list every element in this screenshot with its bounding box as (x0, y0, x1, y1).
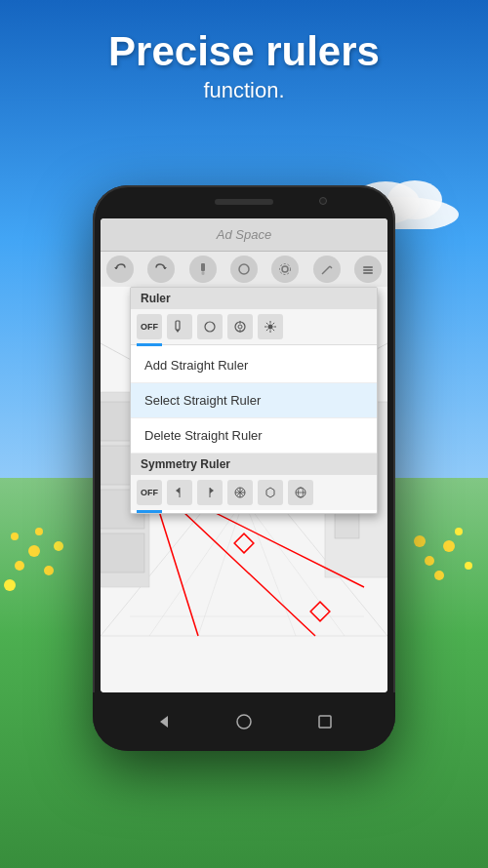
svg-point-55 (238, 325, 242, 329)
svg-point-5 (11, 533, 19, 540)
svg-rect-50 (234, 533, 254, 553)
svg-point-7 (4, 579, 16, 591)
header: Precise rulers function. (0, 29, 488, 103)
svg-point-9 (54, 541, 63, 551)
ruler-off-button[interactable]: OFF (137, 314, 162, 339)
svg-point-3 (15, 561, 24, 571)
layers-button[interactable] (354, 256, 382, 283)
svg-point-20 (280, 264, 291, 275)
svg-marker-70 (210, 488, 214, 493)
spiral-ruler-button[interactable] (271, 256, 299, 283)
drawing-canvas: Ad Space (101, 218, 387, 692)
svg-point-14 (414, 535, 426, 547)
header-subtitle: function. (0, 78, 488, 103)
ruler-active-indicator (137, 343, 162, 346)
svg-point-15 (455, 528, 463, 535)
sym-hexagon-button[interactable] (258, 480, 283, 505)
sym-off-button[interactable]: OFF (137, 480, 162, 505)
svg-rect-51 (310, 602, 330, 621)
sym-flip-v-button[interactable] (197, 480, 223, 505)
ad-space-bar: Ad Space (101, 218, 387, 252)
svg-point-2 (387, 180, 442, 219)
select-straight-ruler-item[interactable]: Select Straight Ruler (131, 383, 377, 418)
svg-point-58 (268, 325, 273, 330)
home-button[interactable] (232, 710, 256, 733)
sym-radial-button[interactable] (227, 480, 253, 505)
add-straight-ruler-item[interactable]: Add Straight Ruler (131, 348, 377, 383)
svg-rect-16 (201, 263, 205, 271)
svg-point-18 (239, 264, 249, 274)
svg-point-53 (205, 322, 215, 332)
svg-point-19 (282, 266, 288, 272)
svg-rect-82 (319, 716, 331, 728)
svg-line-43 (198, 499, 244, 636)
svg-rect-25 (363, 272, 373, 274)
svg-point-12 (465, 562, 472, 570)
redo-button[interactable] (147, 256, 175, 283)
header-title: Precise rulers (0, 29, 488, 74)
ruler-sunburst-button[interactable] (258, 314, 283, 339)
svg-line-63 (266, 323, 268, 325)
delete-straight-ruler-item[interactable]: Delete Straight Ruler (131, 418, 377, 454)
phone-nav-bar (93, 692, 395, 751)
svg-point-13 (434, 571, 444, 580)
edit-button[interactable] (313, 256, 341, 283)
ruler-pencil-button[interactable] (167, 314, 192, 339)
svg-line-22 (330, 266, 332, 268)
svg-point-4 (28, 545, 40, 557)
svg-rect-23 (363, 266, 373, 268)
svg-line-66 (266, 329, 268, 331)
phone-body: Ad Space (93, 185, 395, 751)
svg-rect-35 (101, 533, 144, 572)
ruler-icons-row: OFF (131, 309, 377, 345)
svg-line-65 (272, 323, 274, 325)
toolbar-top (101, 252, 387, 287)
phone: Ad Space (93, 185, 395, 751)
svg-line-44 (244, 499, 296, 636)
symmetry-icons-row: OFF (131, 475, 377, 510)
sym-sphere-button[interactable] (288, 480, 313, 505)
ad-space-label: Ad Space (217, 227, 271, 242)
circle-ruler-button[interactable] (230, 256, 258, 283)
ruler-circle-button[interactable] (197, 314, 223, 339)
svg-rect-17 (201, 271, 204, 275)
brush-button[interactable] (189, 256, 217, 283)
svg-marker-80 (160, 716, 168, 728)
sym-active-indicator (137, 510, 162, 513)
back-button[interactable] (151, 710, 175, 733)
ruler-target-button[interactable] (227, 314, 253, 339)
svg-point-8 (35, 528, 43, 535)
svg-marker-76 (266, 488, 274, 497)
svg-rect-24 (363, 269, 373, 271)
symmetry-section-header: Symmetry Ruler (131, 454, 377, 475)
svg-point-6 (44, 566, 54, 575)
svg-line-64 (272, 329, 274, 331)
ruler-dropdown: Ruler OFF (130, 287, 378, 514)
svg-rect-52 (176, 321, 180, 330)
phone-speaker (215, 199, 273, 205)
svg-marker-68 (176, 488, 180, 493)
ruler-section-header: Ruler (131, 288, 377, 309)
undo-button[interactable] (106, 256, 134, 283)
svg-point-11 (443, 540, 455, 552)
recent-button[interactable] (313, 710, 337, 733)
svg-point-10 (425, 556, 434, 566)
phone-screen: Ad Space (101, 218, 387, 692)
svg-point-81 (237, 715, 251, 729)
sym-flip-h-button[interactable] (167, 480, 192, 505)
svg-line-21 (322, 266, 330, 274)
phone-camera (319, 197, 327, 205)
